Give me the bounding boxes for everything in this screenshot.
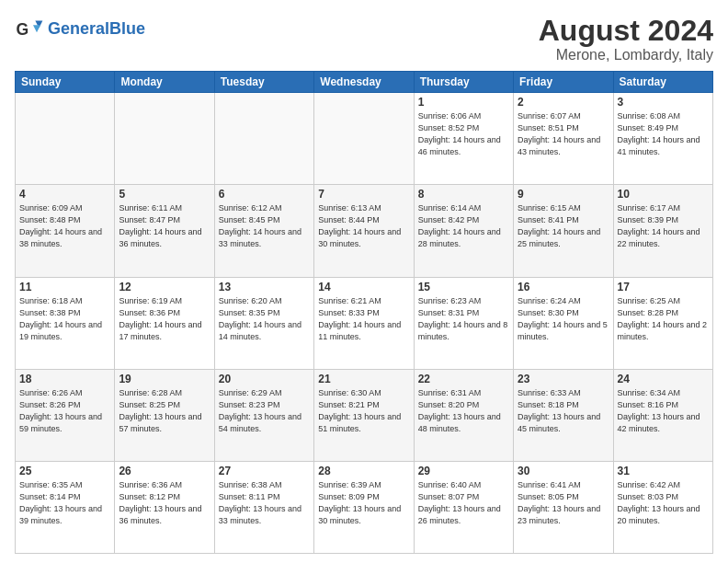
calendar-cell: 7Sunrise: 6:13 AM Sunset: 8:44 PM Daylig…	[314, 185, 414, 277]
day-number: 1	[418, 96, 509, 109]
day-number: 20	[219, 373, 310, 385]
day-info: Sunrise: 6:42 AM Sunset: 8:03 PM Dayligh…	[618, 479, 709, 527]
calendar-cell: 29Sunrise: 6:40 AM Sunset: 8:07 PM Dayli…	[414, 461, 513, 553]
day-number: 27	[219, 465, 310, 477]
day-number: 10	[618, 188, 709, 201]
day-info: Sunrise: 6:31 AM Sunset: 8:20 PM Dayligh…	[418, 387, 509, 435]
calendar-cell: 25Sunrise: 6:35 AM Sunset: 8:14 PM Dayli…	[16, 461, 115, 553]
calendar-cell: 17Sunrise: 6:25 AM Sunset: 8:28 PM Dayli…	[613, 277, 712, 369]
day-info: Sunrise: 6:14 AM Sunset: 8:42 PM Dayligh…	[418, 202, 509, 250]
day-info: Sunrise: 6:15 AM Sunset: 8:41 PM Dayligh…	[518, 202, 609, 250]
day-number: 3	[618, 96, 709, 109]
calendar-cell: 21Sunrise: 6:30 AM Sunset: 8:21 PM Dayli…	[314, 369, 414, 461]
day-number: 5	[119, 188, 210, 201]
calendar-cell: 26Sunrise: 6:36 AM Sunset: 8:12 PM Dayli…	[115, 461, 214, 553]
day-number: 12	[119, 281, 210, 293]
day-info: Sunrise: 6:24 AM Sunset: 8:30 PM Dayligh…	[518, 295, 609, 343]
day-number: 13	[219, 281, 310, 293]
day-info: Sunrise: 6:06 AM Sunset: 8:52 PM Dayligh…	[418, 110, 509, 158]
day-number: 8	[418, 188, 509, 201]
weekday-header-saturday: Saturday	[613, 72, 712, 93]
day-info: Sunrise: 6:19 AM Sunset: 8:36 PM Dayligh…	[119, 295, 210, 343]
day-info: Sunrise: 6:11 AM Sunset: 8:47 PM Dayligh…	[119, 202, 210, 250]
calendar-cell: 15Sunrise: 6:23 AM Sunset: 8:31 PM Dayli…	[414, 277, 513, 369]
calendar-cell: 14Sunrise: 6:21 AM Sunset: 8:33 PM Dayli…	[314, 277, 414, 369]
calendar-cell: 8Sunrise: 6:14 AM Sunset: 8:42 PM Daylig…	[414, 185, 513, 277]
calendar-cell: 6Sunrise: 6:12 AM Sunset: 8:45 PM Daylig…	[214, 185, 313, 277]
calendar-cell: 10Sunrise: 6:17 AM Sunset: 8:39 PM Dayli…	[613, 185, 712, 277]
weekday-header-tuesday: Tuesday	[214, 72, 313, 93]
day-info: Sunrise: 6:07 AM Sunset: 8:51 PM Dayligh…	[518, 110, 609, 158]
day-number: 30	[518, 465, 609, 477]
day-number: 2	[518, 96, 609, 109]
calendar-cell: 20Sunrise: 6:29 AM Sunset: 8:23 PM Dayli…	[214, 369, 313, 461]
day-info: Sunrise: 6:33 AM Sunset: 8:18 PM Dayligh…	[518, 387, 609, 435]
day-info: Sunrise: 6:13 AM Sunset: 8:44 PM Dayligh…	[318, 202, 409, 250]
calendar-cell: 12Sunrise: 6:19 AM Sunset: 8:36 PM Dayli…	[115, 277, 214, 369]
calendar-subtitle: Merone, Lombardy, Italy	[539, 47, 713, 63]
day-number: 28	[318, 465, 409, 477]
calendar-cell: 23Sunrise: 6:33 AM Sunset: 8:18 PM Dayli…	[514, 369, 613, 461]
calendar-cell: 30Sunrise: 6:41 AM Sunset: 8:05 PM Dayli…	[514, 461, 613, 553]
day-info: Sunrise: 6:20 AM Sunset: 8:35 PM Dayligh…	[219, 295, 310, 343]
calendar-cell: 9Sunrise: 6:15 AM Sunset: 8:41 PM Daylig…	[514, 185, 613, 277]
day-info: Sunrise: 6:30 AM Sunset: 8:21 PM Dayligh…	[318, 387, 409, 435]
week-row-1: 1Sunrise: 6:06 AM Sunset: 8:52 PM Daylig…	[16, 93, 713, 185]
day-number: 18	[19, 373, 110, 385]
calendar-cell	[16, 93, 115, 185]
day-number: 19	[119, 373, 210, 385]
week-row-2: 4Sunrise: 6:09 AM Sunset: 8:48 PM Daylig…	[16, 185, 713, 277]
day-info: Sunrise: 6:08 AM Sunset: 8:49 PM Dayligh…	[618, 110, 709, 158]
calendar-cell: 5Sunrise: 6:11 AM Sunset: 8:47 PM Daylig…	[115, 185, 214, 277]
day-info: Sunrise: 6:17 AM Sunset: 8:39 PM Dayligh…	[618, 202, 709, 250]
day-info: Sunrise: 6:25 AM Sunset: 8:28 PM Dayligh…	[618, 295, 709, 343]
page: G GeneralBlue August 2024 Merone, Lombar…	[0, 0, 728, 563]
day-number: 7	[318, 188, 409, 201]
calendar-cell: 3Sunrise: 6:08 AM Sunset: 8:49 PM Daylig…	[613, 93, 712, 185]
calendar-table: SundayMondayTuesdayWednesdayThursdayFrid…	[15, 71, 713, 554]
day-number: 15	[418, 281, 509, 293]
day-info: Sunrise: 6:36 AM Sunset: 8:12 PM Dayligh…	[119, 479, 210, 527]
svg-text:G: G	[17, 20, 29, 39]
calendar-cell: 24Sunrise: 6:34 AM Sunset: 8:16 PM Dayli…	[613, 369, 712, 461]
day-number: 23	[518, 373, 609, 385]
day-info: Sunrise: 6:29 AM Sunset: 8:23 PM Dayligh…	[219, 387, 310, 435]
calendar-cell: 31Sunrise: 6:42 AM Sunset: 8:03 PM Dayli…	[613, 461, 712, 553]
week-row-4: 18Sunrise: 6:26 AM Sunset: 8:26 PM Dayli…	[16, 369, 713, 461]
day-info: Sunrise: 6:38 AM Sunset: 8:11 PM Dayligh…	[219, 479, 310, 527]
calendar-cell: 18Sunrise: 6:26 AM Sunset: 8:26 PM Dayli…	[16, 369, 115, 461]
calendar-cell: 28Sunrise: 6:39 AM Sunset: 8:09 PM Dayli…	[314, 461, 414, 553]
logo-blue: Blue	[109, 19, 145, 38]
calendar-cell: 11Sunrise: 6:18 AM Sunset: 8:38 PM Dayli…	[16, 277, 115, 369]
weekday-header-wednesday: Wednesday	[314, 72, 414, 93]
weekday-header-monday: Monday	[115, 72, 214, 93]
day-number: 16	[518, 281, 609, 293]
weekday-header-row: SundayMondayTuesdayWednesdayThursdayFrid…	[16, 72, 713, 93]
day-info: Sunrise: 6:21 AM Sunset: 8:33 PM Dayligh…	[318, 295, 409, 343]
calendar-cell: 27Sunrise: 6:38 AM Sunset: 8:11 PM Dayli…	[214, 461, 313, 553]
title-block: August 2024 Merone, Lombardy, Italy	[539, 15, 713, 63]
logo: G GeneralBlue	[15, 15, 145, 44]
logo-general: General	[48, 19, 109, 38]
day-number: 21	[318, 373, 409, 385]
day-number: 6	[219, 188, 310, 201]
day-number: 25	[19, 465, 110, 477]
day-number: 17	[618, 281, 709, 293]
day-info: Sunrise: 6:26 AM Sunset: 8:26 PM Dayligh…	[19, 387, 110, 435]
week-row-3: 11Sunrise: 6:18 AM Sunset: 8:38 PM Dayli…	[16, 277, 713, 369]
logo-text: GeneralBlue	[48, 20, 145, 39]
calendar-cell: 22Sunrise: 6:31 AM Sunset: 8:20 PM Dayli…	[414, 369, 513, 461]
header: G GeneralBlue August 2024 Merone, Lombar…	[15, 15, 713, 63]
calendar-title: August 2024	[539, 15, 713, 47]
calendar-cell: 1Sunrise: 6:06 AM Sunset: 8:52 PM Daylig…	[414, 93, 513, 185]
day-number: 14	[318, 281, 409, 293]
day-number: 24	[618, 373, 709, 385]
day-number: 22	[418, 373, 509, 385]
weekday-header-friday: Friday	[514, 72, 613, 93]
day-number: 4	[19, 188, 110, 201]
weekday-header-thursday: Thursday	[414, 72, 513, 93]
day-number: 31	[618, 465, 709, 477]
calendar-cell: 13Sunrise: 6:20 AM Sunset: 8:35 PM Dayli…	[214, 277, 313, 369]
day-info: Sunrise: 6:18 AM Sunset: 8:38 PM Dayligh…	[19, 295, 110, 343]
day-info: Sunrise: 6:28 AM Sunset: 8:25 PM Dayligh…	[119, 387, 210, 435]
